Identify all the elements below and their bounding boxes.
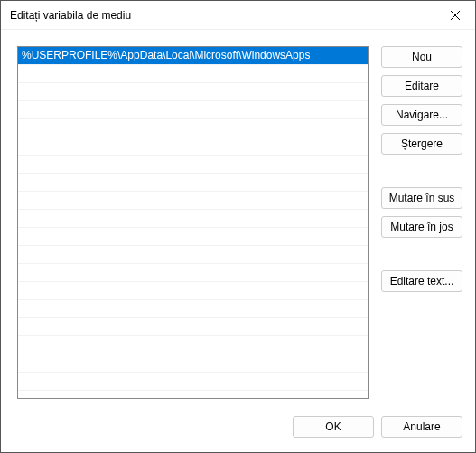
spacer [381,245,462,263]
window-title: Editați variabila de mediu [10,9,131,22]
browse-button[interactable]: Navigare... [381,104,462,126]
list-row[interactable] [18,373,368,391]
list-row[interactable] [18,210,368,228]
list-row[interactable]: %USERPROFILE%\AppData\Local\Microsoft\Wi… [18,47,368,65]
list-row[interactable] [18,282,368,300]
edit-text-button[interactable]: Editare text... [381,270,462,292]
move-up-button[interactable]: Mutare în sus [381,187,462,209]
cancel-button[interactable]: Anulare [381,416,462,438]
spacer [381,162,462,180]
content-area: %USERPROFILE%\AppData\Local\Microsoft\Wi… [1,30,475,416]
list-row[interactable] [18,192,368,210]
path-listbox[interactable]: %USERPROFILE%\AppData\Local\Microsoft\Wi… [17,46,369,399]
list-row[interactable] [18,156,368,174]
footer-buttons: OK Anulare [1,416,475,452]
list-row[interactable] [18,300,368,318]
ok-button[interactable]: OK [293,416,374,438]
list-row[interactable] [18,264,368,282]
list-row[interactable] [18,246,368,264]
move-down-button[interactable]: Mutare în jos [381,216,462,238]
list-row[interactable] [18,318,368,336]
list-row[interactable] [18,228,368,246]
delete-button[interactable]: Ștergere [381,133,462,155]
list-row[interactable] [18,336,368,354]
list-row[interactable] [18,354,368,373]
list-row[interactable] [18,174,368,192]
list-row[interactable] [18,137,368,156]
titlebar: Editați variabila de mediu [1,1,475,30]
list-row[interactable] [18,101,368,119]
list-row[interactable] [18,65,368,83]
close-button[interactable] [434,2,475,29]
list-row[interactable] [18,119,368,137]
edit-button[interactable]: Editare [381,75,462,97]
new-button[interactable]: Nou [381,46,462,68]
button-column: Nou Editare Navigare... Ștergere Mutare … [381,46,462,407]
list-row[interactable] [18,83,368,101]
close-icon [451,11,460,20]
